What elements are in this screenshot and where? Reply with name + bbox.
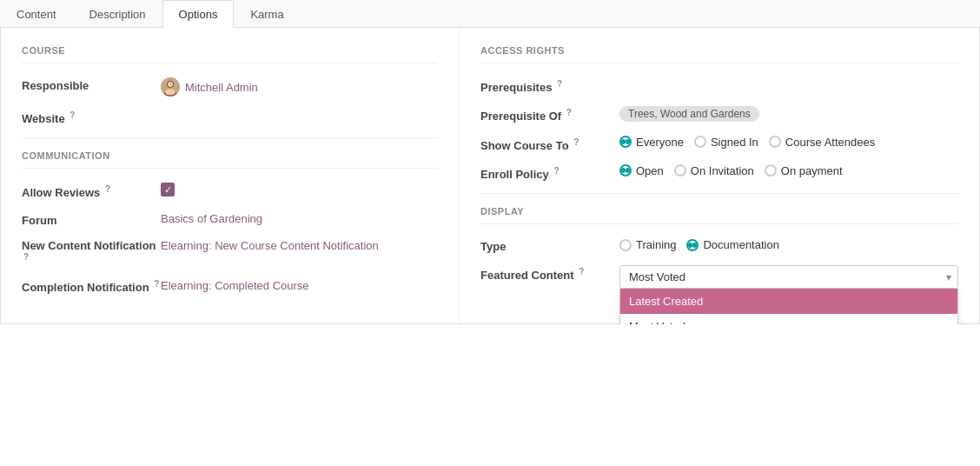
tab-content[interactable]: Content	[0, 0, 73, 28]
tab-description[interactable]: Description	[73, 0, 162, 28]
svg-point-4	[165, 90, 175, 96]
radio-open-label: Open	[636, 164, 664, 177]
prerequisite-of-row: Prerequisite Of ? Trees, Wood and Garden…	[480, 106, 958, 123]
allow-reviews-value[interactable]: ✓	[161, 183, 438, 196]
radio-invitation-label: On Invitation	[691, 164, 754, 177]
radio-course-attendees-label: Course Attendees	[785, 136, 875, 149]
tab-options[interactable]: Options	[162, 0, 235, 28]
radio-documentation[interactable]	[686, 239, 699, 251]
radio-training-label: Training	[636, 238, 676, 251]
main-content: COURSE Responsible	[0, 28, 980, 324]
responsible-label: Responsible	[22, 77, 161, 92]
dropdown-option-latest-created[interactable]: Latest Created	[620, 289, 957, 314]
featured-content-select[interactable]: Most Voted	[619, 265, 958, 289]
radio-open[interactable]	[619, 164, 632, 176]
show-course-to-signed-in[interactable]: Signed In	[694, 136, 758, 149]
tab-karma[interactable]: Karma	[234, 0, 300, 28]
featured-content-dropdown: Latest Created Most Voted Most Viewed Se…	[619, 289, 958, 324]
website-label: Website ?	[22, 109, 161, 125]
enroll-policy-row: Enroll Policy ? Open On Invitation On pa…	[480, 164, 958, 181]
type-training[interactable]: Training	[619, 238, 676, 251]
right-panel: ACCESS RIGHTS Prerequisites ? Prerequisi…	[460, 28, 979, 323]
responsible-name-link[interactable]: Mitchell Admin	[185, 81, 258, 94]
radio-everyone[interactable]	[619, 136, 632, 148]
radio-payment[interactable]	[765, 164, 777, 176]
enroll-invitation[interactable]: On Invitation	[674, 164, 754, 177]
radio-signed-in[interactable]	[694, 136, 706, 148]
display-title: DISPLAY	[480, 206, 958, 224]
radio-signed-in-label: Signed In	[711, 136, 758, 149]
completion-notification-label: Completion Notification ?	[22, 279, 161, 294]
prerequisite-of-badge: Trees, Wood and Gardens	[619, 106, 759, 122]
left-panel: COURSE Responsible	[1, 28, 460, 323]
dropdown-option-most-voted[interactable]: Most Voted	[620, 314, 957, 324]
prerequisite-of-value: Trees, Wood and Gardens	[619, 106, 958, 122]
communication-section-title: COMMUNICATION	[22, 150, 438, 169]
show-course-to-options: Everyone Signed In Course Attendees	[619, 136, 958, 149]
enroll-policy-label: Enroll Policy ?	[480, 164, 619, 181]
featured-content-row: Featured Content ? Most Voted ▾ Latest C…	[480, 265, 958, 289]
responsible-value: Mitchell Admin	[161, 77, 438, 97]
completion-notification-link[interactable]: Elearning: Completed Course	[161, 279, 309, 292]
prerequisites-label: Prerequisites ?	[480, 77, 619, 94]
new-content-notification-value[interactable]: Elearning: New Course Content Notificati…	[161, 239, 438, 252]
featured-content-label: Featured Content ?	[480, 265, 619, 282]
tabs-container: Content Description Options Karma COURSE…	[0, 0, 980, 324]
access-rights-title: ACCESS RIGHTS	[480, 45, 958, 63]
featured-content-select-wrapper: Most Voted ▾ Latest Created Most Voted M…	[619, 265, 958, 289]
radio-invitation[interactable]	[674, 164, 686, 176]
new-content-notification-row: New Content Notification ? Elearning: Ne…	[22, 239, 438, 267]
show-course-to-everyone[interactable]: Everyone	[619, 136, 684, 149]
responsible-row: Responsible Mitche	[22, 77, 438, 97]
forum-link[interactable]: Basics of Gardening	[161, 212, 262, 225]
type-documentation[interactable]: Documentation	[686, 238, 778, 251]
show-course-to-label: Show Course To ?	[480, 136, 619, 152]
allow-reviews-label: Allow Reviews ?	[22, 183, 161, 199]
website-row: Website ?	[22, 109, 438, 125]
new-content-notification-link[interactable]: Elearning: New Course Content Notificati…	[161, 239, 379, 252]
radio-training[interactable]	[619, 239, 632, 251]
completion-notification-row: Completion Notification ? Elearning: Com…	[22, 279, 438, 294]
prerequisite-of-label: Prerequisite Of ?	[480, 106, 619, 123]
allow-reviews-checkbox[interactable]: ✓	[161, 183, 175, 196]
type-row: Type Training Documentation	[480, 238, 958, 253]
enroll-policy-options: Open On Invitation On payment	[619, 164, 958, 177]
radio-everyone-label: Everyone	[636, 136, 684, 149]
show-course-to-attendees[interactable]: Course Attendees	[769, 136, 875, 149]
avatar	[161, 77, 180, 97]
completion-notification-value[interactable]: Elearning: Completed Course	[161, 279, 438, 292]
course-section-title: COURSE	[22, 45, 438, 63]
forum-value[interactable]: Basics of Gardening	[161, 212, 438, 225]
enroll-payment[interactable]: On payment	[765, 164, 843, 177]
type-label: Type	[480, 238, 619, 253]
svg-point-3	[168, 82, 173, 87]
forum-label: Forum	[22, 212, 161, 227]
new-content-notification-label: New Content Notification ?	[22, 239, 161, 267]
radio-payment-label: On payment	[781, 164, 843, 177]
radio-course-attendees[interactable]	[769, 136, 781, 148]
forum-row: Forum Basics of Gardening	[22, 212, 438, 227]
responsible-user: Mitchell Admin	[161, 77, 438, 97]
tab-bar: Content Description Options Karma	[0, 0, 980, 28]
featured-content-value: Most Voted ▾ Latest Created Most Voted M…	[619, 265, 958, 289]
type-options: Training Documentation	[619, 238, 958, 251]
show-course-to-row: Show Course To ? Everyone Signed In Cour…	[480, 136, 958, 152]
radio-documentation-label: Documentation	[703, 238, 778, 251]
prerequisites-row: Prerequisites ?	[480, 77, 958, 94]
allow-reviews-row: Allow Reviews ? ✓	[22, 183, 438, 199]
enroll-open[interactable]: Open	[619, 164, 664, 177]
